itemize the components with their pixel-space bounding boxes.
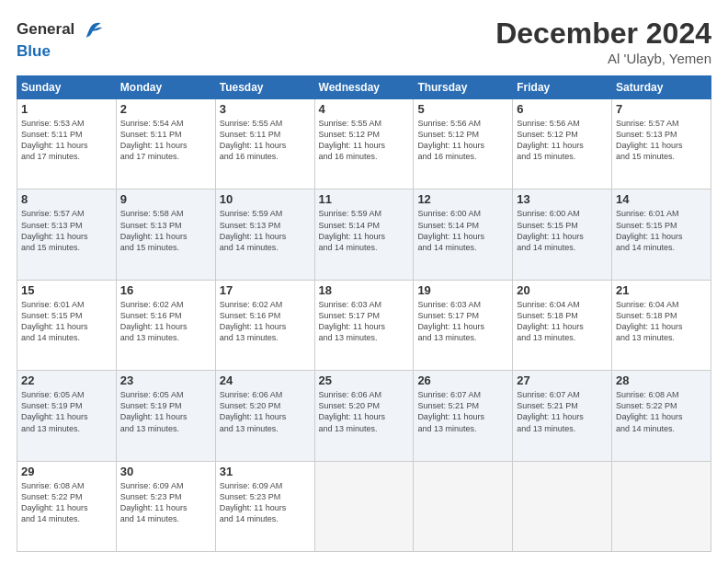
table-row: 3Sunrise: 5:55 AM Sunset: 5:11 PM Daylig… bbox=[215, 99, 314, 190]
day-info: Sunrise: 6:07 AM Sunset: 5:21 PM Dayligh… bbox=[417, 389, 508, 434]
day-info: Sunrise: 5:55 AM Sunset: 5:12 PM Dayligh… bbox=[319, 118, 410, 163]
table-row bbox=[513, 461, 612, 551]
day-info: Sunrise: 5:55 AM Sunset: 5:11 PM Dayligh… bbox=[220, 118, 311, 163]
calendar-week-4: 22Sunrise: 6:05 AM Sunset: 5:19 PM Dayli… bbox=[17, 371, 711, 461]
col-friday: Friday bbox=[513, 76, 612, 99]
table-row: 27Sunrise: 6:07 AM Sunset: 5:21 PM Dayli… bbox=[513, 371, 612, 461]
logo-text-general: General bbox=[17, 20, 74, 39]
day-info: Sunrise: 5:59 AM Sunset: 5:13 PM Dayligh… bbox=[220, 208, 311, 253]
calendar-week-2: 8Sunrise: 5:57 AM Sunset: 5:13 PM Daylig… bbox=[17, 190, 711, 280]
day-number: 7 bbox=[616, 102, 707, 116]
day-info: Sunrise: 5:59 AM Sunset: 5:14 PM Dayligh… bbox=[319, 208, 410, 253]
day-info: Sunrise: 6:07 AM Sunset: 5:21 PM Dayligh… bbox=[517, 389, 608, 434]
day-number: 12 bbox=[417, 192, 508, 206]
table-row: 17Sunrise: 6:02 AM Sunset: 5:16 PM Dayli… bbox=[215, 280, 314, 370]
day-info: Sunrise: 6:01 AM Sunset: 5:15 PM Dayligh… bbox=[616, 208, 707, 253]
table-row: 11Sunrise: 5:59 AM Sunset: 5:14 PM Dayli… bbox=[314, 190, 414, 280]
table-row: 6Sunrise: 5:56 AM Sunset: 5:12 PM Daylig… bbox=[513, 99, 612, 190]
col-wednesday: Wednesday bbox=[314, 76, 414, 99]
day-number: 22 bbox=[21, 373, 112, 387]
day-info: Sunrise: 5:57 AM Sunset: 5:13 PM Dayligh… bbox=[21, 208, 112, 253]
day-info: Sunrise: 6:06 AM Sunset: 5:20 PM Dayligh… bbox=[220, 389, 311, 434]
day-number: 10 bbox=[220, 192, 311, 206]
day-info: Sunrise: 6:09 AM Sunset: 5:23 PM Dayligh… bbox=[120, 480, 211, 525]
logo-bird-icon bbox=[78, 17, 104, 42]
day-number: 11 bbox=[319, 192, 410, 206]
table-row: 12Sunrise: 6:00 AM Sunset: 5:14 PM Dayli… bbox=[414, 190, 513, 280]
logo: General Blue bbox=[17, 17, 104, 61]
table-row: 9Sunrise: 5:58 AM Sunset: 5:13 PM Daylig… bbox=[116, 190, 215, 280]
day-number: 18 bbox=[319, 283, 410, 297]
day-info: Sunrise: 5:53 AM Sunset: 5:11 PM Dayligh… bbox=[21, 118, 112, 163]
logo-text-blue: Blue bbox=[17, 42, 51, 60]
table-row: 22Sunrise: 6:05 AM Sunset: 5:19 PM Dayli… bbox=[17, 371, 117, 461]
table-row: 23Sunrise: 6:05 AM Sunset: 5:19 PM Dayli… bbox=[116, 371, 215, 461]
table-row: 13Sunrise: 6:00 AM Sunset: 5:15 PM Dayli… bbox=[513, 190, 612, 280]
day-number: 26 bbox=[417, 373, 508, 387]
day-info: Sunrise: 5:54 AM Sunset: 5:11 PM Dayligh… bbox=[120, 118, 211, 163]
day-info: Sunrise: 6:09 AM Sunset: 5:23 PM Dayligh… bbox=[220, 480, 311, 525]
calendar-week-1: 1Sunrise: 5:53 AM Sunset: 5:11 PM Daylig… bbox=[17, 99, 711, 190]
table-row: 2Sunrise: 5:54 AM Sunset: 5:11 PM Daylig… bbox=[116, 99, 215, 190]
table-row bbox=[314, 461, 414, 551]
day-number: 23 bbox=[120, 373, 211, 387]
table-row: 14Sunrise: 6:01 AM Sunset: 5:15 PM Dayli… bbox=[612, 190, 711, 280]
table-row: 25Sunrise: 6:06 AM Sunset: 5:20 PM Dayli… bbox=[314, 371, 414, 461]
day-info: Sunrise: 6:00 AM Sunset: 5:14 PM Dayligh… bbox=[417, 208, 508, 253]
day-number: 8 bbox=[21, 192, 112, 206]
day-number: 25 bbox=[319, 373, 410, 387]
table-row: 10Sunrise: 5:59 AM Sunset: 5:13 PM Dayli… bbox=[215, 190, 314, 280]
table-row: 20Sunrise: 6:04 AM Sunset: 5:18 PM Dayli… bbox=[513, 280, 612, 370]
calendar-header-row: Sunday Monday Tuesday Wednesday Thursday… bbox=[17, 76, 711, 99]
day-number: 2 bbox=[120, 102, 211, 116]
table-row: 5Sunrise: 5:56 AM Sunset: 5:12 PM Daylig… bbox=[414, 99, 513, 190]
day-info: Sunrise: 6:06 AM Sunset: 5:20 PM Dayligh… bbox=[319, 389, 410, 434]
day-number: 30 bbox=[120, 465, 211, 478]
table-row: 28Sunrise: 6:08 AM Sunset: 5:22 PM Dayli… bbox=[612, 371, 711, 461]
day-info: Sunrise: 6:05 AM Sunset: 5:19 PM Dayligh… bbox=[120, 389, 211, 434]
day-info: Sunrise: 6:03 AM Sunset: 5:17 PM Dayligh… bbox=[417, 299, 508, 344]
day-number: 5 bbox=[417, 102, 508, 116]
table-row bbox=[612, 461, 711, 551]
day-info: Sunrise: 6:04 AM Sunset: 5:18 PM Dayligh… bbox=[517, 299, 608, 344]
table-row: 7Sunrise: 5:57 AM Sunset: 5:13 PM Daylig… bbox=[612, 99, 711, 190]
day-number: 27 bbox=[517, 373, 608, 387]
day-info: Sunrise: 6:03 AM Sunset: 5:17 PM Dayligh… bbox=[319, 299, 410, 344]
day-number: 21 bbox=[616, 283, 707, 297]
table-row: 1Sunrise: 5:53 AM Sunset: 5:11 PM Daylig… bbox=[17, 99, 117, 190]
day-info: Sunrise: 5:56 AM Sunset: 5:12 PM Dayligh… bbox=[517, 118, 608, 163]
table-row: 29Sunrise: 6:08 AM Sunset: 5:22 PM Dayli… bbox=[17, 461, 117, 551]
day-number: 3 bbox=[220, 102, 311, 116]
day-number: 6 bbox=[517, 102, 608, 116]
day-number: 24 bbox=[220, 373, 311, 387]
day-number: 20 bbox=[517, 283, 608, 297]
day-number: 15 bbox=[21, 283, 112, 297]
day-number: 17 bbox=[220, 283, 311, 297]
day-number: 29 bbox=[21, 465, 112, 478]
day-number: 1 bbox=[21, 102, 112, 116]
table-row: 26Sunrise: 6:07 AM Sunset: 5:21 PM Dayli… bbox=[414, 371, 513, 461]
day-number: 14 bbox=[616, 192, 707, 206]
day-number: 31 bbox=[220, 465, 311, 478]
col-sunday: Sunday bbox=[17, 76, 117, 99]
table-row: 30Sunrise: 6:09 AM Sunset: 5:23 PM Dayli… bbox=[116, 461, 215, 551]
day-number: 9 bbox=[120, 192, 211, 206]
day-number: 28 bbox=[616, 373, 707, 387]
day-info: Sunrise: 5:56 AM Sunset: 5:12 PM Dayligh… bbox=[417, 118, 508, 163]
table-row: 18Sunrise: 6:03 AM Sunset: 5:17 PM Dayli… bbox=[314, 280, 414, 370]
day-info: Sunrise: 6:05 AM Sunset: 5:19 PM Dayligh… bbox=[21, 389, 112, 434]
day-info: Sunrise: 6:04 AM Sunset: 5:18 PM Dayligh… bbox=[616, 299, 707, 344]
page: General Blue December 2024 Al 'Ulayb, Ye… bbox=[0, 0, 728, 563]
day-info: Sunrise: 6:02 AM Sunset: 5:16 PM Dayligh… bbox=[120, 299, 211, 344]
day-info: Sunrise: 6:01 AM Sunset: 5:15 PM Dayligh… bbox=[21, 299, 112, 344]
calendar-table: Sunday Monday Tuesday Wednesday Thursday… bbox=[17, 75, 711, 552]
table-row: 19Sunrise: 6:03 AM Sunset: 5:17 PM Dayli… bbox=[414, 280, 513, 370]
table-row bbox=[414, 461, 513, 551]
day-number: 4 bbox=[319, 102, 410, 116]
calendar-week-3: 15Sunrise: 6:01 AM Sunset: 5:15 PM Dayli… bbox=[17, 280, 711, 370]
table-row: 15Sunrise: 6:01 AM Sunset: 5:15 PM Dayli… bbox=[17, 280, 117, 370]
day-number: 16 bbox=[120, 283, 211, 297]
day-number: 19 bbox=[417, 283, 508, 297]
day-number: 13 bbox=[517, 192, 608, 206]
col-saturday: Saturday bbox=[612, 76, 711, 99]
